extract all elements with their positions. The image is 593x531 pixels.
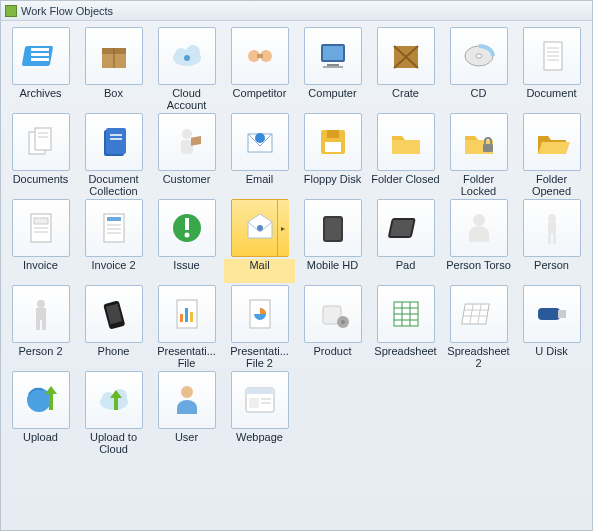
gallery-item-phone[interactable]: Phone [78, 285, 149, 369]
gallery-item-pad[interactable]: Pad [370, 199, 441, 283]
gallery-item-label: Presentati... File 2 [224, 345, 295, 369]
invoice-icon [12, 199, 70, 257]
gallery-item-presentation-file-2[interactable]: Presentati... File 2 [224, 285, 295, 369]
gallery-item-email[interactable]: Email [224, 113, 295, 197]
gallery-item-label: Person [516, 259, 587, 283]
gallery-item-label: Pad [370, 259, 441, 283]
svg-rect-106 [249, 398, 259, 408]
gallery-item-label: Invoice [5, 259, 76, 283]
gallery-item-label: Customer [151, 173, 222, 197]
gallery-item-label: Cloud Account [151, 87, 222, 111]
gallery-item-upload-to-cloud[interactable]: Upload to Cloud [78, 371, 149, 455]
mobile-hd-icon [304, 199, 362, 257]
gallery-item-user[interactable]: User [151, 371, 222, 455]
gallery-item-label: Presentati... File [151, 345, 222, 369]
gallery-item-upload[interactable]: Upload [5, 371, 76, 455]
gallery-item-invoice[interactable]: Invoice [5, 199, 76, 283]
gallery-item-label: Documents [5, 173, 76, 197]
folder-closed-icon [377, 113, 435, 171]
cd-icon [450, 27, 508, 85]
crate-icon [377, 27, 435, 85]
invoice-2-icon [85, 199, 143, 257]
gallery-item-issue[interactable]: Issue [151, 199, 222, 283]
gallery-item-label: Phone [78, 345, 149, 369]
icon-grid: Archives Box Cloud Account Competitor Co… [1, 21, 592, 461]
gallery-item-spreadsheet-2[interactable]: Spreadsheet 2 [443, 285, 514, 369]
spreadsheet-2-icon [450, 285, 508, 343]
gallery-item-label: Upload [5, 431, 76, 455]
svg-point-70 [37, 300, 45, 308]
gallery-item-crate[interactable]: Crate [370, 27, 441, 111]
svg-point-36 [182, 129, 192, 139]
person-icon [523, 199, 581, 257]
svg-rect-79 [190, 312, 193, 322]
presentation-file-2-icon [231, 285, 289, 343]
gallery-item-mobile-hd[interactable]: Mobile HD [297, 199, 368, 283]
svg-point-83 [341, 320, 345, 324]
gallery-item-webpage[interactable]: Webpage [224, 371, 295, 455]
app-icon [5, 5, 17, 17]
svg-rect-33 [106, 128, 126, 154]
gallery-item-computer[interactable]: Computer [297, 27, 368, 111]
gallery-item-competitor[interactable]: Competitor [224, 27, 295, 111]
gallery-item-label: Folder Opened [516, 173, 587, 197]
gallery-item-label: Email [224, 173, 295, 197]
svg-rect-72 [36, 320, 40, 330]
svg-rect-46 [483, 144, 493, 152]
gallery-item-person-torso[interactable]: Person Torso [443, 199, 514, 283]
gallery-item-label: Document [516, 87, 587, 111]
gallery-item-label: Mail [224, 259, 295, 283]
gallery-item-cloud-account[interactable]: Cloud Account [151, 27, 222, 111]
gallery-item-u-disk[interactable]: U Disk [516, 285, 587, 369]
gallery-item-customer[interactable]: Customer [151, 113, 222, 197]
email-icon [231, 113, 289, 171]
gallery-item-label: Folder Locked [443, 173, 514, 197]
svg-point-60 [257, 225, 263, 231]
svg-rect-78 [185, 308, 188, 322]
gallery-item-product[interactable]: Product [297, 285, 368, 369]
gallery-item-presentation-file[interactable]: Presentati... File [151, 285, 222, 369]
svg-rect-43 [325, 142, 341, 152]
gallery-item-label: Archives [5, 87, 76, 111]
gallery-item-label: Folder Closed [370, 173, 441, 197]
competitor-icon [231, 27, 289, 85]
gallery-item-cd[interactable]: CD [443, 27, 514, 111]
u-disk-icon [523, 285, 581, 343]
gallery-item-spreadsheet[interactable]: Spreadsheet [370, 285, 441, 369]
gallery-item-person[interactable]: Person [516, 199, 587, 283]
gallery-item-invoice-2[interactable]: Invoice 2 [78, 199, 149, 283]
gallery-item-floppy-disk[interactable]: Floppy Disk [297, 113, 368, 197]
svg-rect-17 [323, 66, 343, 68]
gallery-item-mail[interactable]: ▸ Mail [224, 199, 295, 283]
gallery-item-folder-opened[interactable]: Folder Opened [516, 113, 587, 197]
svg-rect-34 [110, 134, 122, 136]
gallery-item-label: User [151, 431, 222, 455]
svg-rect-90 [461, 304, 489, 324]
dropdown-arrow-icon[interactable]: ▸ [277, 200, 289, 256]
gallery-item-archives[interactable]: Archives [5, 27, 76, 111]
svg-rect-3 [31, 58, 49, 61]
gallery-item-label: Upload to Cloud [78, 431, 149, 455]
upload-to-cloud-icon [85, 371, 143, 429]
archives-icon [12, 27, 70, 85]
svg-rect-2 [31, 53, 49, 56]
gallery-item-label: CD [443, 87, 514, 111]
gallery-item-label: Box [78, 87, 149, 111]
gallery-item-label: U Disk [516, 345, 587, 369]
gallery-item-box[interactable]: Box [78, 27, 149, 111]
svg-rect-52 [107, 217, 121, 221]
gallery-item-label: Person Torso [443, 259, 514, 283]
person-torso-icon [450, 199, 508, 257]
spreadsheet-icon [377, 285, 435, 343]
document-collection-icon [85, 113, 143, 171]
gallery-item-folder-locked[interactable]: Folder Locked [443, 113, 514, 197]
gallery-item-person-2[interactable]: Person 2 [5, 285, 76, 369]
gallery-item-label: Computer [297, 87, 368, 111]
svg-point-103 [181, 386, 193, 398]
gallery-item-folder-closed[interactable]: Folder Closed [370, 113, 441, 197]
svg-point-66 [548, 214, 556, 222]
gallery-item-documents[interactable]: Documents [5, 113, 76, 197]
gallery-item-document[interactable]: Document [516, 27, 587, 111]
gallery-item-document-collection[interactable]: Document Collection [78, 113, 149, 197]
phone-icon [85, 285, 143, 343]
